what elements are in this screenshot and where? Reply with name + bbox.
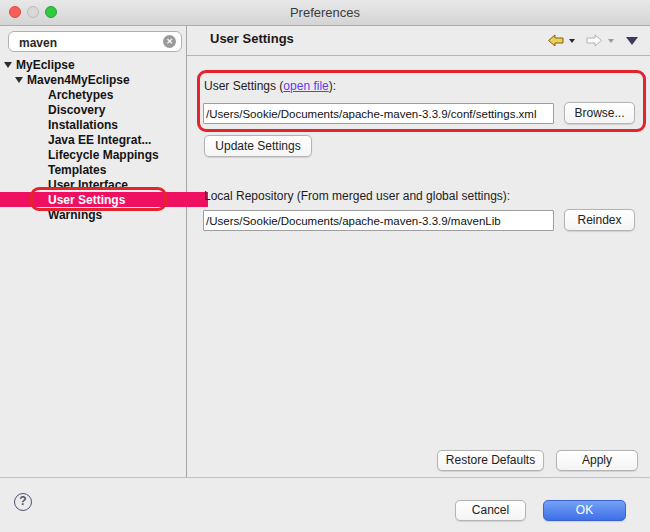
restore-defaults-button[interactable]: Restore Defaults <box>437 450 544 471</box>
tree-item-label: Lifecycle Mappings <box>48 148 159 162</box>
disclosure-triangle-icon[interactable] <box>4 62 12 68</box>
cancel-button[interactable]: Cancel <box>455 500 526 521</box>
tree-item-maven4myeclipse[interactable]: Maven4MyEclipse <box>0 72 186 87</box>
tree-item-label: MyEclipse <box>16 58 75 72</box>
tree-item-lifecycle-mappings[interactable]: Lifecycle Mappings <box>0 147 186 162</box>
label-prefix: User Settings ( <box>204 79 283 93</box>
tree-item-archetypes[interactable]: Archetypes <box>0 87 186 102</box>
back-arrow-icon[interactable] <box>547 34 564 47</box>
tree-item-label: User Interface <box>48 178 128 192</box>
user-settings-label: User Settings (open file): <box>204 79 336 93</box>
ok-button[interactable]: OK <box>543 500 626 521</box>
tree-item-user-settings-selected[interactable]: User Settings <box>0 192 208 207</box>
clear-search-icon[interactable]: ✕ <box>163 35 176 48</box>
title-bar: Preferences <box>0 0 650 26</box>
sidebar-divider <box>186 26 187 477</box>
preferences-tree: MyEclipse Maven4MyEclipse Archetypes Dis… <box>0 57 186 222</box>
label-suffix: ): <box>329 79 336 93</box>
footer-divider <box>0 477 650 478</box>
window-title: Preferences <box>0 5 650 20</box>
view-menu-icon[interactable] <box>626 37 638 45</box>
user-settings-path-field[interactable] <box>203 103 554 124</box>
preferences-window: Preferences ✕ MyEclipse Maven4MyEclipse … <box>0 0 650 532</box>
tree-item-user-interface[interactable]: User Interface <box>0 177 186 192</box>
tree-item-label: Warnings <box>48 208 102 222</box>
tree-item-label: Maven4MyEclipse <box>27 73 130 87</box>
reindex-button[interactable]: Reindex <box>564 209 635 231</box>
tree-item-templates[interactable]: Templates <box>0 162 186 177</box>
back-history-caret-icon[interactable] <box>569 39 575 43</box>
open-file-link[interactable]: open file <box>283 79 328 93</box>
tree-item-java-ee-integration[interactable]: Java EE Integrat... <box>0 132 186 147</box>
help-icon[interactable]: ? <box>14 493 32 511</box>
local-repository-path-field[interactable] <box>203 210 554 231</box>
tree-item-label: Archetypes <box>48 88 113 102</box>
disclosure-triangle-icon[interactable] <box>15 77 23 83</box>
forward-arrow-icon[interactable] <box>586 34 603 47</box>
header-nav-icons <box>547 34 638 47</box>
forward-history-caret-icon[interactable] <box>608 39 614 43</box>
tree-item-label: Java EE Integrat... <box>48 133 151 147</box>
browse-button[interactable]: Browse... <box>564 102 635 124</box>
tree-item-label: User Settings <box>48 193 125 207</box>
tree-item-myeclipse[interactable]: MyEclipse <box>0 57 186 72</box>
local-repository-label: Local Repository (From merged user and g… <box>204 189 510 203</box>
tree-item-warnings[interactable]: Warnings <box>0 207 186 222</box>
tree-item-installations[interactable]: Installations <box>0 117 186 132</box>
page-title: User Settings <box>210 31 294 46</box>
apply-button[interactable]: Apply <box>556 450 638 471</box>
tree-item-label: Installations <box>48 118 118 132</box>
tree-item-label: Templates <box>48 163 106 177</box>
search-input[interactable] <box>17 33 161 52</box>
filter-search-field[interactable]: ✕ <box>8 31 182 52</box>
tree-item-discovery[interactable]: Discovery <box>0 102 186 117</box>
tree-item-label: Discovery <box>48 103 105 117</box>
header-divider <box>187 55 650 56</box>
update-settings-button[interactable]: Update Settings <box>204 135 312 157</box>
